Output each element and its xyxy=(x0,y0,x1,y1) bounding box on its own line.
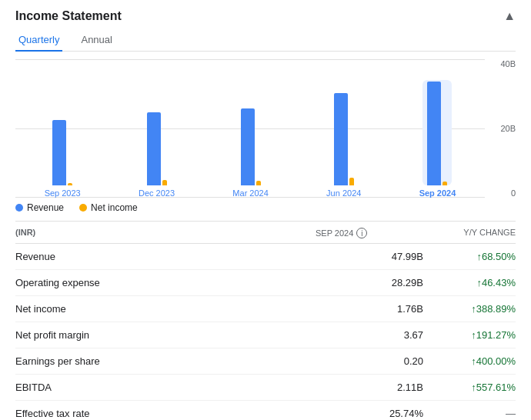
row-label-ebitda: EBITDA xyxy=(15,382,316,393)
revenue-bar-dec2023 xyxy=(147,112,161,185)
row-value-eps: 0.20 xyxy=(316,355,423,367)
row-change-revenue: ↑68.50% xyxy=(423,251,516,262)
bars-sep2023 xyxy=(52,120,72,185)
chart-legend: Revenue Net income xyxy=(15,202,516,213)
revenue-bar-mar2024 xyxy=(241,108,255,185)
bars-mar2024 xyxy=(241,108,261,185)
income-table: (INR) SEP 2024 i Y/Y CHANGE Revenue 47.9… xyxy=(15,221,516,420)
bar-label-mar2024: Mar 2024 xyxy=(232,188,268,198)
bars-jun2024 xyxy=(334,93,354,185)
bar-label-sep2024: Sep 2024 xyxy=(419,188,456,198)
row-value-npm: 3.67 xyxy=(316,329,423,341)
tab-quarterly[interactable]: Quarterly xyxy=(15,29,62,52)
row-change-etr: — xyxy=(423,408,516,419)
gridline-top xyxy=(15,59,485,60)
table-row-net-income[interactable]: Net income 1.76B ↑388.89% xyxy=(15,296,516,322)
row-value-opex: 28.29B xyxy=(316,277,423,288)
bar-dec2023[interactable]: Dec 2023 xyxy=(139,112,175,198)
net-bar-dec2023 xyxy=(162,180,167,185)
bar-sep2023[interactable]: Sep 2023 xyxy=(45,120,81,198)
tab-annual[interactable]: Annual xyxy=(78,29,115,52)
row-value-ebitda: 2.11B xyxy=(316,382,423,393)
net-income-dot xyxy=(79,204,87,212)
bar-label-dec2023: Dec 2023 xyxy=(139,188,175,198)
row-label-eps: Earnings per share xyxy=(15,355,316,367)
net-bar-mar2024 xyxy=(256,181,261,185)
row-change-npm: ↑191.27% xyxy=(423,329,516,341)
page-title: Income Statement xyxy=(15,9,122,23)
net-bar-sep2024 xyxy=(442,182,447,185)
bars-dec2023 xyxy=(147,112,167,185)
y-label-20b: 20B xyxy=(500,124,516,133)
row-change-ebitda: ↑557.61% xyxy=(423,382,516,393)
legend-revenue: Revenue xyxy=(15,202,64,213)
row-label-revenue: Revenue xyxy=(15,251,316,262)
bar-sep2024[interactable]: Sep 2024 xyxy=(419,80,456,198)
y-label-0: 0 xyxy=(511,188,516,198)
legend-revenue-label: Revenue xyxy=(27,202,64,213)
bar-label-sep2023: Sep 2023 xyxy=(45,188,81,198)
row-change-opex: ↑46.43% xyxy=(423,277,516,288)
net-bar-sep2023 xyxy=(68,183,72,185)
row-label-net-income: Net income xyxy=(15,303,316,315)
revenue-bar-sep2023 xyxy=(52,120,66,185)
legend-net-income: Net income xyxy=(79,202,138,213)
legend-net-income-label: Net income xyxy=(91,202,138,213)
y-label-40b: 40B xyxy=(500,59,516,68)
table-row-opex[interactable]: Operating expense 28.29B ↑46.43% xyxy=(15,270,516,296)
revenue-bar-sep2024 xyxy=(427,82,441,185)
income-statement-header: Income Statement ▲ xyxy=(15,9,516,23)
row-label-npm: Net profit margin xyxy=(15,329,316,341)
tab-bar: Quarterly Annual xyxy=(15,29,516,52)
bars-sep2024 xyxy=(427,82,447,185)
revenue-bar-jun2024 xyxy=(334,93,348,185)
bar-mar2024[interactable]: Mar 2024 xyxy=(232,108,268,198)
bar-label-jun2024: Jun 2024 xyxy=(326,188,361,198)
bar-jun2024[interactable]: Jun 2024 xyxy=(326,93,361,198)
collapse-icon[interactable]: ▲ xyxy=(503,9,516,23)
table-header-row: (INR) SEP 2024 i Y/Y CHANGE xyxy=(15,222,516,244)
col-header-yoy: Y/Y CHANGE xyxy=(423,228,516,238)
col-header-sep2024: SEP 2024 i xyxy=(316,228,423,238)
row-change-net-income: ↑388.89% xyxy=(423,303,516,315)
row-label-etr: Effective tax rate xyxy=(15,408,316,419)
col-header-inr: (INR) xyxy=(15,228,316,238)
net-bar-jun2024 xyxy=(349,178,354,185)
row-change-eps: ↑400.00% xyxy=(423,355,516,367)
row-label-opex: Operating expense xyxy=(15,277,316,288)
revenue-dot xyxy=(15,204,23,212)
row-value-net-income: 1.76B xyxy=(316,303,423,315)
table-row-etr[interactable]: Effective tax rate 25.74% — xyxy=(15,401,516,420)
table-row-npm[interactable]: Net profit margin 3.67 ↑191.27% xyxy=(15,322,516,348)
info-icon[interactable]: i xyxy=(356,228,367,238)
row-value-etr: 25.74% xyxy=(316,408,423,419)
table-row-revenue[interactable]: Revenue 47.99B ↑68.50% xyxy=(15,244,516,270)
y-axis: 40B 20B 0 xyxy=(488,59,516,198)
row-value-revenue: 47.99B xyxy=(316,251,423,262)
table-row-eps[interactable]: Earnings per share 0.20 ↑400.00% xyxy=(15,348,516,375)
bar-chart: 40B 20B 0 Sep 2023 Dec 2023 xyxy=(15,59,516,198)
table-row-ebitda[interactable]: EBITDA 2.11B ↑557.61% xyxy=(15,375,516,401)
